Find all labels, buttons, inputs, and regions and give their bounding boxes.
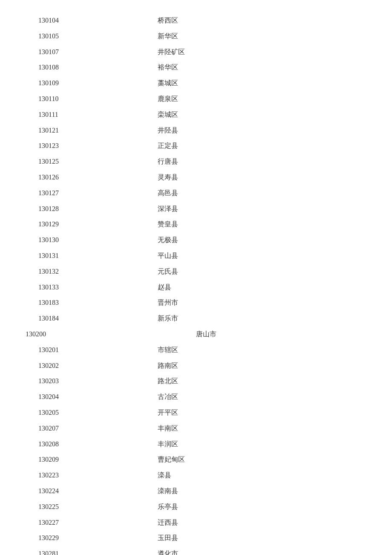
region-name: 丰南区	[158, 422, 178, 435]
region-name: 路北区	[158, 375, 178, 387]
region-code: 130133	[38, 281, 107, 294]
table-row: 130108裕华区	[26, 60, 366, 75]
region-code: 130225	[38, 501, 107, 513]
table-row: 130200唐山市	[26, 327, 366, 342]
region-name: 无极县	[158, 234, 178, 246]
table-row: 130223滦县	[26, 468, 366, 483]
table-row: 130203路北区	[26, 373, 366, 389]
region-code: 130109	[38, 77, 107, 90]
region-code: 130207	[38, 422, 107, 435]
region-code: 130123	[38, 140, 107, 152]
region-name: 乐亭县	[158, 501, 178, 513]
region-code: 130132	[38, 266, 107, 278]
region-code: 130281	[38, 548, 107, 555]
region-name: 栾城区	[158, 109, 178, 121]
table-row: 130125行唐县	[26, 154, 366, 170]
region-code: 130229	[38, 532, 107, 544]
region-name: 井陉矿区	[158, 46, 185, 58]
region-code: 130127	[38, 187, 107, 199]
region-code: 130128	[38, 203, 107, 215]
region-code: 130108	[38, 61, 107, 74]
region-name: 高邑县	[158, 187, 178, 199]
region-name: 井陉县	[158, 124, 178, 137]
table-row: 130111栾城区	[26, 107, 366, 123]
region-code: 130104	[38, 14, 107, 27]
table-row: 130184新乐市	[26, 311, 366, 327]
region-code: 130107	[38, 46, 107, 58]
table-row: 130202路南区	[26, 358, 366, 374]
table-row: 130227迁西县	[26, 515, 366, 531]
region-code: 130209	[38, 454, 107, 466]
table-row: 130133赵县	[26, 280, 366, 295]
region-name: 遵化市	[158, 548, 178, 555]
region-code: 130224	[38, 485, 107, 497]
region-name: 唐山市	[196, 328, 216, 341]
table-row: 130131平山县	[26, 248, 366, 264]
region-name: 裕华区	[158, 61, 178, 74]
region-name: 新乐市	[158, 312, 178, 325]
region-code: 130129	[38, 218, 107, 231]
region-code: 130126	[38, 171, 107, 184]
table-row: 130123正定县	[26, 138, 366, 154]
region-code: 130205	[38, 407, 107, 419]
table-row: 130224滦南县	[26, 483, 366, 499]
region-code: 130227	[38, 517, 107, 529]
table-row: 130209曹妃甸区	[26, 452, 366, 468]
table-row: 130183晋州市	[26, 295, 366, 311]
table-row: 130104桥西区	[26, 13, 366, 29]
region-name: 迁西县	[158, 517, 178, 529]
table-row: 130130无极县	[26, 232, 366, 248]
table-row: 130127高邑县	[26, 185, 366, 201]
region-name: 丰润区	[158, 438, 178, 451]
region-code: 130111	[38, 109, 107, 121]
region-name: 藁城区	[158, 77, 178, 90]
table-row: 130229玉田县	[26, 530, 366, 546]
region-name: 玉田县	[158, 532, 178, 544]
region-name: 滦县	[158, 469, 171, 482]
region-code: 130105	[38, 30, 107, 43]
region-name: 晋州市	[158, 297, 178, 309]
table-row: 130208丰润区	[26, 436, 366, 452]
table-row: 130105新华区	[26, 29, 366, 44]
region-name: 滦南县	[158, 485, 178, 497]
region-name: 路南区	[158, 360, 178, 372]
table-row: 130128深泽县	[26, 201, 366, 217]
region-code: 130223	[38, 469, 107, 482]
table-row: 130132元氏县	[26, 264, 366, 280]
region-code: 130203	[38, 375, 107, 387]
region-name: 新华区	[158, 30, 178, 43]
region-code: 130184	[38, 312, 107, 325]
table-row: 130107井陉矿区	[26, 44, 366, 60]
table-row: 130205开平区	[26, 405, 366, 421]
region-name: 灵寿县	[158, 171, 178, 184]
region-name: 元氏县	[158, 266, 178, 278]
region-name: 正定县	[158, 140, 178, 152]
region-name: 古冶区	[158, 391, 178, 403]
region-name: 行唐县	[158, 156, 178, 168]
region-code: 130200	[26, 328, 94, 341]
region-code: 130125	[38, 156, 107, 168]
table-row: 130281遵化市	[26, 546, 366, 555]
region-name: 赞皇县	[158, 218, 178, 231]
region-name: 开平区	[158, 407, 178, 419]
region-name: 曹妃甸区	[158, 454, 185, 466]
table-row: 130109藁城区	[26, 75, 366, 91]
region-code: 130208	[38, 438, 107, 451]
region-code: 130202	[38, 360, 107, 372]
region-code: 130110	[38, 93, 107, 105]
region-name: 深泽县	[158, 203, 178, 215]
region-name: 桥西区	[158, 14, 178, 27]
region-code: 130201	[38, 344, 107, 356]
table-row: 130201市辖区	[26, 342, 366, 358]
region-code: 130131	[38, 250, 107, 262]
table-row: 130126灵寿县	[26, 170, 366, 185]
region-name: 平山县	[158, 250, 178, 262]
region-name: 鹿泉区	[158, 93, 178, 105]
table-row: 130110鹿泉区	[26, 91, 366, 107]
region-code: 130183	[38, 297, 107, 309]
region-name: 市辖区	[158, 344, 178, 356]
region-name: 赵县	[158, 281, 171, 294]
table-row: 130121井陉县	[26, 123, 366, 139]
region-code: 130130	[38, 234, 107, 246]
data-table: 130104桥西区130105新华区130107井陉矿区130108裕华区130…	[0, 9, 392, 555]
